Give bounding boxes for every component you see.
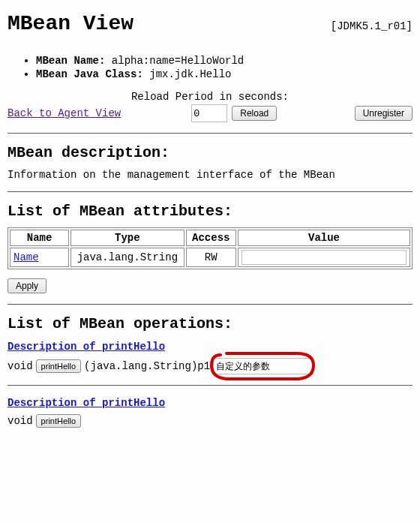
divider bbox=[8, 133, 412, 134]
attr-access-cell: RW bbox=[186, 248, 236, 267]
mbean-name-value: alpha:name=HelloWorld bbox=[112, 55, 244, 67]
col-name: Name bbox=[10, 230, 69, 246]
attr-type-cell: java.lang.String bbox=[70, 248, 184, 267]
printhello-button[interactable]: printHello bbox=[36, 359, 81, 373]
version-label: [JDMK5.1_r01] bbox=[331, 20, 412, 32]
reload-period-input[interactable] bbox=[191, 104, 227, 122]
unregister-button[interactable]: Unregister bbox=[355, 106, 412, 121]
operation-block: Description of printHello void printHell… bbox=[8, 396, 412, 428]
mbean-name-row: MBean Name: alpha:name=HelloWorld bbox=[36, 55, 412, 67]
operation-param-text: (java.lang.String)p1 bbox=[84, 360, 210, 372]
operation-description-link[interactable]: Description of printHello bbox=[8, 341, 165, 353]
col-access: Access bbox=[186, 230, 236, 246]
attr-value-cell bbox=[238, 248, 410, 267]
operations-heading: List of MBean operations: bbox=[8, 315, 412, 332]
mbean-name-label: MBean Name: bbox=[36, 55, 105, 67]
operation-block: Description of printHello void printHell… bbox=[8, 340, 412, 374]
mbean-class-value: jmx.jdk.Hello bbox=[149, 68, 231, 80]
mbean-class-row: MBean Java Class: jmx.jdk.Hello bbox=[36, 68, 412, 80]
page-title: MBean View bbox=[8, 12, 134, 35]
col-type: Type bbox=[70, 230, 184, 246]
back-to-agent-link[interactable]: Back to Agent View bbox=[8, 107, 121, 119]
operation-return-type: void bbox=[8, 415, 33, 427]
reload-period-label: Reload Period in seconds: bbox=[131, 91, 289, 103]
divider bbox=[8, 385, 412, 386]
attributes-table: Name Type Access Value Name java.lang.St… bbox=[8, 227, 412, 269]
attributes-heading: List of MBean attributes: bbox=[8, 203, 412, 220]
description-heading: MBean description: bbox=[8, 144, 412, 161]
printhello-button[interactable]: printHello bbox=[36, 414, 81, 428]
description-text: Information on the management interface … bbox=[8, 169, 412, 181]
apply-button[interactable]: Apply bbox=[8, 278, 46, 293]
mbean-info-list: MBean Name: alpha:name=HelloWorld MBean … bbox=[8, 55, 412, 80]
table-row: Name java.lang.String RW bbox=[10, 248, 410, 267]
attr-value-input[interactable] bbox=[242, 250, 406, 265]
col-value: Value bbox=[238, 230, 410, 246]
divider bbox=[8, 191, 412, 192]
attr-name-link[interactable]: Name bbox=[14, 251, 39, 263]
operation-description-link[interactable]: Description of printHello bbox=[8, 397, 165, 409]
operation-param-input[interactable] bbox=[213, 358, 314, 374]
mbean-class-label: MBean Java Class: bbox=[36, 68, 143, 80]
table-header-row: Name Type Access Value bbox=[10, 230, 410, 246]
divider bbox=[8, 304, 412, 305]
operation-return-type: void bbox=[8, 360, 33, 372]
reload-button[interactable]: Reload bbox=[232, 106, 277, 121]
